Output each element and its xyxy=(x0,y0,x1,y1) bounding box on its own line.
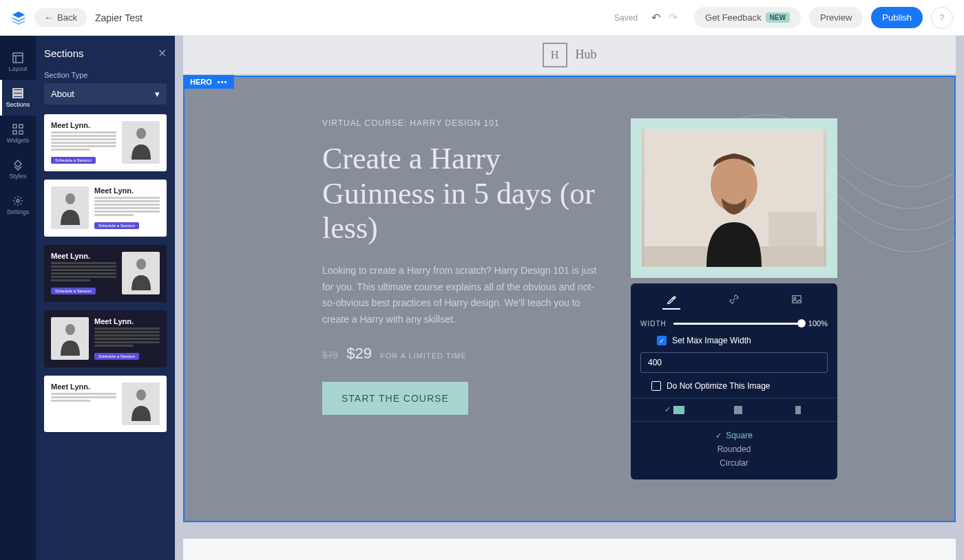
preview-button[interactable]: Preview xyxy=(809,7,863,28)
nav-settings-label: Settings xyxy=(7,208,30,215)
price-row[interactable]: $79 $29 FOR A LIMITED TIME xyxy=(322,345,598,363)
style-tab-icon[interactable] xyxy=(662,293,680,310)
svg-point-19 xyxy=(711,157,757,212)
section-type-value: About xyxy=(51,89,74,99)
hero-section[interactable]: HERO ••• VIRTUAL COURSE: HARRY DESIGN 10… xyxy=(183,76,956,522)
nav-settings[interactable]: Settings xyxy=(0,187,36,223)
placeholder-image-icon xyxy=(51,317,89,360)
more-icon[interactable]: ••• xyxy=(218,78,228,86)
tpl-btn: Schedule a Session xyxy=(51,288,96,294)
hero-image-frame[interactable] xyxy=(631,118,837,278)
nav-styles-label: Styles xyxy=(10,173,27,180)
hero-eyebrow[interactable]: VIRTUAL COURSE: HARRY DESIGN 101 xyxy=(322,118,598,128)
link-tab-icon[interactable] xyxy=(725,293,743,310)
redo-icon[interactable]: ↷ xyxy=(669,11,678,24)
svg-rect-17 xyxy=(768,212,817,246)
price-note: FOR A LIMITED TIME xyxy=(380,352,467,360)
brand-logo-icon: H xyxy=(543,43,567,67)
nav-layout[interactable]: Layout xyxy=(0,44,36,80)
learn-section[interactable]: What you'll learn xyxy=(183,539,956,560)
saved-status: Saved xyxy=(614,13,638,23)
width-label: WIDTH xyxy=(640,320,667,327)
width-slider[interactable] xyxy=(673,323,801,325)
nav-sections-label: Sections xyxy=(6,101,30,108)
placeholder-image-icon xyxy=(122,383,160,425)
template-option[interactable]: Meet Lynn.Schedule a Session xyxy=(44,310,167,367)
no-optimize-label: Do Not Optimize This Image xyxy=(667,381,771,391)
shape-circular[interactable]: Circular xyxy=(640,456,828,470)
back-button[interactable]: ← Back xyxy=(34,8,87,27)
new-badge: NEW xyxy=(766,12,790,23)
svg-rect-23 xyxy=(734,406,742,414)
slider-thumb[interactable] xyxy=(797,319,806,327)
brand-header: H Hub xyxy=(183,36,956,74)
max-width-checkbox[interactable]: ✓ xyxy=(657,336,667,345)
old-price: $79 xyxy=(322,349,338,360)
tpl-btn: Schedule a Session xyxy=(51,157,96,164)
publish-button[interactable]: Publish xyxy=(871,7,923,28)
svg-rect-3 xyxy=(13,89,23,91)
cta-button[interactable]: START THE COURSE xyxy=(322,382,468,415)
tpl-title: Meet Lynn. xyxy=(51,121,116,129)
shape-square-label: Square xyxy=(726,431,753,440)
size-wide-icon[interactable] xyxy=(733,405,744,414)
nav-styles[interactable]: Styles xyxy=(0,151,36,187)
svg-point-15 xyxy=(136,389,146,400)
svg-point-12 xyxy=(65,193,75,204)
size-full-icon[interactable]: ✓ xyxy=(664,405,684,414)
template-option[interactable]: Meet Lynn.Schedule a Session xyxy=(44,180,167,237)
template-option[interactable]: Meet Lynn. xyxy=(44,376,167,432)
placeholder-image-icon xyxy=(51,186,89,229)
size-small-icon[interactable] xyxy=(793,405,804,414)
placeholder-image-icon xyxy=(122,121,160,164)
max-width-input[interactable] xyxy=(640,352,828,373)
template-option[interactable]: Meet Lynn.Schedule a Session xyxy=(44,114,167,171)
image-settings-popup: WIDTH 100% ✓ Set Max Image Width Do Not … xyxy=(631,283,837,480)
undo-icon[interactable]: ↶ xyxy=(651,11,660,24)
nav-widgets[interactable]: Widgets xyxy=(0,116,36,151)
nav-layout-label: Layout xyxy=(8,65,27,72)
section-type-select[interactable]: About ▾ xyxy=(44,83,167,105)
shape-rounded[interactable]: Rounded xyxy=(640,442,828,456)
svg-point-13 xyxy=(136,259,146,270)
app-logo-icon xyxy=(11,10,26,25)
svg-point-10 xyxy=(17,200,19,202)
placeholder-image-icon xyxy=(122,252,160,294)
brand-text: Hub xyxy=(576,48,597,62)
template-option[interactable]: Meet Lynn.Schedule a Session xyxy=(44,245,167,302)
section-type-label: Section Type xyxy=(44,71,167,79)
hero-description[interactable]: Looking to create a Harry from scratch? … xyxy=(322,263,598,328)
svg-rect-5 xyxy=(13,96,23,98)
new-price: $29 xyxy=(346,345,372,363)
image-tab-icon[interactable] xyxy=(788,293,806,310)
section-tag: HERO ••• xyxy=(183,75,234,89)
topbar: ← Back Zapier Test Saved ↶ ↷ Get Feedbac… xyxy=(0,0,964,36)
close-icon[interactable]: ✕ xyxy=(158,47,167,60)
max-width-label: Set Max Image Width xyxy=(672,336,751,345)
feedback-label: Get Feedback xyxy=(705,12,762,23)
help-button[interactable]: ? xyxy=(931,7,953,29)
svg-rect-9 xyxy=(19,131,23,134)
tpl-btn: Schedule a Session xyxy=(94,353,139,360)
no-optimize-checkbox[interactable] xyxy=(651,381,661,391)
svg-point-11 xyxy=(136,128,146,139)
svg-rect-20 xyxy=(793,296,801,303)
svg-rect-6 xyxy=(13,125,17,128)
tpl-title: Meet Lynn. xyxy=(94,317,160,325)
undo-redo: ↶ ↷ xyxy=(651,11,678,24)
project-name: Zapier Test xyxy=(95,12,143,23)
hero-image[interactable] xyxy=(642,129,826,267)
panel-title: Sections xyxy=(44,47,84,59)
svg-rect-8 xyxy=(13,131,17,134)
layout-icon xyxy=(12,52,23,63)
chevron-down-icon: ▾ xyxy=(155,89,160,99)
get-feedback-button[interactable]: Get Feedback NEW xyxy=(694,7,801,28)
shape-square[interactable]: ✓Square xyxy=(640,429,828,442)
sections-icon xyxy=(12,88,23,99)
hero-title[interactable]: Create a Harry Guinness in 5 days (or le… xyxy=(322,142,598,246)
canvas[interactable]: H Hub HERO ••• VIRTUAL COURSE: HARRY DES… xyxy=(175,36,964,560)
styles-icon xyxy=(12,160,23,171)
nav-sections[interactable]: Sections xyxy=(0,80,36,116)
tpl-title: Meet Lynn. xyxy=(51,252,116,260)
svg-rect-22 xyxy=(673,406,684,414)
